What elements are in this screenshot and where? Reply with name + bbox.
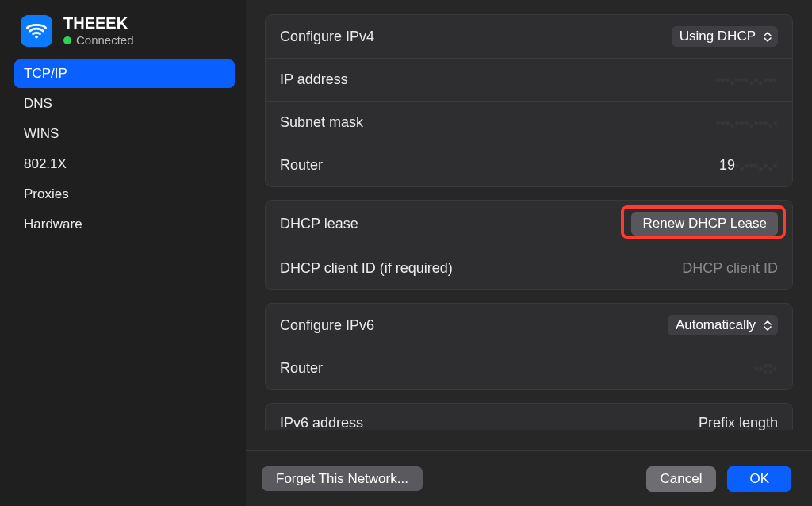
cancel-label: Cancel (661, 471, 703, 486)
ip-address-label: IP address (280, 71, 348, 88)
ipv4-group: Configure IPv4 Using DHCP IP address ···… (265, 14, 793, 187)
router-ipv6-label: Router (280, 360, 323, 377)
dhcp-lease-label: DHCP lease (280, 216, 358, 232)
network-status-label: Connected (76, 33, 134, 47)
dhcp-group: DHCP lease Renew DHCP Lease DHCP client … (265, 200, 793, 290)
forget-network-button[interactable]: Forget This Network... (262, 466, 423, 491)
cancel-button[interactable]: Cancel (646, 466, 717, 492)
row-router-ipv4: Router 19·.···.·.· (266, 144, 792, 186)
network-settings-window: THEEEK Connected TCP/IP DNS WINS 802.1X … (0, 0, 812, 506)
updown-icon (762, 317, 773, 333)
router-ipv4-label: Router (280, 157, 323, 174)
configure-ipv6-label: Configure IPv6 (280, 317, 374, 334)
forget-network-label: Forget This Network... (276, 471, 408, 486)
wifi-icon (21, 15, 52, 47)
dhcp-client-id-input[interactable]: DHCP client ID (682, 260, 778, 277)
sidebar-item-label: WINS (24, 126, 59, 141)
ok-button[interactable]: OK (727, 466, 791, 492)
configure-ipv4-value: Using DHCP (680, 29, 756, 44)
sidebar-item-label: 802.1X (24, 156, 67, 171)
footer: Forget This Network... Cancel OK (246, 450, 812, 506)
network-info: THEEEK Connected (63, 14, 134, 47)
router-ipv4-value: 19·.···.·.· (719, 157, 778, 174)
sidebar-item-label: Proxies (24, 186, 69, 201)
row-router-ipv6: Router ··::· (266, 347, 792, 389)
router-ipv6-value: ··::· (754, 360, 778, 377)
sidebar-item-label: DNS (24, 96, 52, 111)
dhcp-client-id-label: DHCP client ID (if required) (280, 260, 453, 277)
renew-dhcp-lease-label: Renew DHCP Lease (642, 216, 767, 232)
updown-icon (762, 29, 773, 44)
sidebar-item-proxies[interactable]: Proxies (14, 180, 235, 209)
row-ip-address: IP address ···.···.·.··· (266, 58, 792, 101)
configure-ipv6-select[interactable]: Automatically (668, 315, 778, 335)
sidebar: THEEEK Connected TCP/IP DNS WINS 802.1X … (0, 0, 246, 506)
renew-dhcp-lease-button[interactable]: Renew DHCP Lease (631, 212, 778, 236)
row-dhcp-lease: DHCP lease Renew DHCP Lease (266, 201, 792, 247)
row-configure-ipv4: Configure IPv4 Using DHCP (266, 15, 792, 58)
row-subnet-mask: Subnet mask ···.···.···.· (266, 101, 792, 144)
configure-ipv6-value: Automatically (676, 317, 756, 333)
ok-label: OK (749, 471, 769, 486)
network-status: Connected (63, 33, 134, 47)
sidebar-item-label: Hardware (24, 217, 82, 232)
sidebar-item-dns[interactable]: DNS (14, 90, 235, 118)
row-ipv6-address-header: IPv6 address Prefix length (266, 404, 792, 430)
configure-ipv4-select[interactable]: Using DHCP (672, 26, 778, 47)
subnet-mask-label: Subnet mask (280, 114, 363, 131)
sidebar-item-wins[interactable]: WINS (14, 120, 235, 148)
configure-ipv4-label: Configure IPv4 (280, 29, 374, 45)
row-dhcp-client-id: DHCP client ID (if required) DHCP client… (266, 247, 792, 289)
network-name: THEEEK (63, 14, 134, 32)
content-scroll: Configure IPv4 Using DHCP IP address ···… (246, 0, 812, 450)
sidebar-item-tcpip[interactable]: TCP/IP (14, 59, 235, 88)
subnet-mask-value: ···.···.···.· (716, 114, 778, 131)
network-header: THEEEK Connected (14, 14, 235, 58)
sidebar-item-8021x[interactable]: 802.1X (14, 150, 235, 178)
ip-address-value: ···.···.·.··· (716, 71, 778, 88)
ipv6-address-label: IPv6 address (280, 415, 363, 430)
sidebar-item-hardware[interactable]: Hardware (14, 210, 235, 239)
prefix-length-label: Prefix length (699, 415, 778, 430)
ipv6-group: Configure IPv6 Automatically Router ··::… (265, 303, 793, 390)
status-dot-icon (63, 36, 71, 44)
main-panel: Configure IPv4 Using DHCP IP address ···… (246, 0, 812, 506)
ipv6-address-group: IPv6 address Prefix length (265, 403, 793, 430)
row-configure-ipv6: Configure IPv6 Automatically (266, 304, 792, 347)
sidebar-item-label: TCP/IP (24, 66, 67, 81)
svg-point-0 (35, 35, 38, 38)
